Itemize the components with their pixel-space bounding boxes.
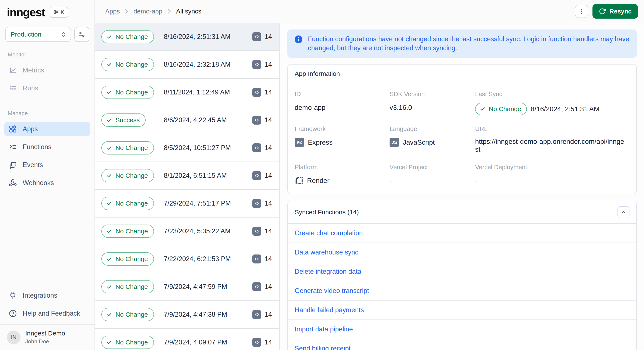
check-icon — [106, 201, 112, 206]
sync-row[interactable]: No Change 8/11/2024, 1:12:49 AM 14 — [95, 79, 279, 106]
sync-row[interactable]: No Change 7/23/2024, 5:35:22 AM 14 — [95, 218, 279, 245]
webhook-icon — [8, 179, 17, 187]
sync-row[interactable]: No Change 7/29/2024, 7:51:17 PM 14 — [95, 190, 279, 218]
code-icon — [252, 116, 261, 125]
status-label: No Change — [116, 89, 148, 96]
field-url: URL https://inngest-demo-app.onrender.co… — [475, 125, 630, 153]
more-options-button[interactable] — [575, 5, 588, 18]
function-row[interactable]: Generate video transcript — [288, 281, 636, 301]
status-label: No Change — [116, 339, 148, 346]
sync-row[interactable]: No Change 8/16/2024, 2:51:31 AM 14 — [95, 23, 279, 51]
function-row[interactable]: Handle failed payments — [288, 301, 636, 320]
check-icon — [106, 145, 112, 151]
express-icon: ex — [295, 138, 304, 147]
sync-timestamp: 8/1/2024, 6:51:15 AM — [164, 172, 252, 179]
command-k-shortcut[interactable]: ⌘ K — [50, 7, 68, 18]
sync-timestamp: 8/16/2024, 2:51:31 AM — [164, 33, 252, 41]
code-icon — [252, 227, 261, 236]
synced-function-count: 14 — [252, 143, 272, 152]
breadcrumb-apps[interactable]: Apps — [105, 8, 120, 15]
breadcrumb: Apps demo-app All syncs — [105, 8, 202, 15]
field-language: Language JS JavaScript — [390, 125, 475, 153]
function-link[interactable]: Delete integration data — [295, 268, 361, 275]
function-row[interactable]: Data warehouse sync — [288, 243, 636, 262]
sync-timestamp: 8/16/2024, 2:32:18 AM — [164, 61, 252, 68]
chart-icon — [8, 66, 17, 74]
sidebar-item-metrics[interactable]: Metrics — [4, 63, 90, 77]
sidebar-item-help[interactable]: Help and Feedback — [4, 306, 90, 321]
function-link[interactable]: Handle failed payments — [295, 306, 364, 314]
status-badge: No Change — [101, 280, 154, 293]
render-icon — [295, 176, 303, 185]
topbar: Apps demo-app All syncs Resync — [95, 0, 644, 23]
function-link[interactable]: Generate video transcript — [295, 287, 369, 295]
sync-row[interactable]: No Change 8/16/2024, 2:32:18 AM 14 — [95, 51, 279, 79]
kebab-icon — [578, 8, 585, 14]
status-label: No Change — [116, 144, 148, 151]
sync-row[interactable]: No Change 7/9/2024, 4:09:07 PM 14 — [95, 329, 279, 350]
check-icon — [106, 117, 112, 123]
field-sdk-version: SDK Version v3.16.0 — [390, 91, 475, 115]
javascript-icon: JS — [390, 138, 399, 147]
sync-timestamp: 8/5/2024, 10:51:27 PM — [164, 144, 252, 152]
count-value: 14 — [265, 116, 272, 124]
environment-select[interactable]: Production — [5, 27, 71, 42]
org-name: Inngest Demo — [25, 330, 65, 337]
check-icon — [106, 312, 112, 317]
nav-section-monitor: Monitor — [0, 51, 94, 58]
count-value: 14 — [265, 227, 272, 235]
resync-button[interactable]: Resync — [592, 4, 638, 18]
count-value: 14 — [265, 255, 272, 263]
sync-timestamp: 7/23/2024, 5:35:22 AM — [164, 227, 252, 235]
count-value: 14 — [265, 283, 272, 291]
synced-function-count: 14 — [252, 32, 272, 41]
sync-row[interactable]: Success 8/6/2024, 4:22:45 AM 14 — [95, 106, 279, 134]
sidebar-item-webhooks[interactable]: Webhooks — [4, 176, 90, 190]
synced-function-count: 14 — [252, 171, 272, 180]
collapse-button[interactable] — [618, 206, 630, 218]
function-link[interactable]: Import data pipeline — [295, 326, 353, 333]
sidebar-item-events[interactable]: Events — [4, 158, 90, 172]
function-row[interactable]: Send billing receipt — [288, 339, 636, 350]
sync-row[interactable]: No Change 7/22/2024, 6:21:53 PM 14 — [95, 245, 279, 273]
avatar: IN — [7, 331, 20, 344]
status-badge: No Change — [101, 58, 154, 71]
function-row[interactable]: Import data pipeline — [288, 320, 636, 339]
refresh-icon — [599, 8, 606, 15]
sync-row[interactable]: No Change 8/5/2024, 10:51:27 PM 14 — [95, 134, 279, 162]
last-sync-timestamp: 8/16/2024, 2:51:31 AM — [531, 105, 600, 113]
check-icon — [106, 228, 112, 234]
function-row[interactable]: Delete integration data — [288, 262, 636, 281]
status-label: No Change — [116, 228, 148, 235]
status-badge: No Change — [101, 30, 154, 43]
count-value: 14 — [265, 339, 272, 346]
sync-timestamp: 7/9/2024, 4:47:38 PM — [164, 311, 252, 318]
count-value: 14 — [265, 61, 272, 68]
environment-settings-button[interactable] — [74, 27, 89, 42]
synced-function-count: 14 — [252, 310, 272, 319]
sidebar-item-runs[interactable]: Runs — [4, 81, 90, 95]
synced-functions-title: Synced Functions (14) — [295, 209, 359, 216]
user-menu[interactable]: IN Inngest Demo John Doe — [0, 324, 94, 350]
function-row[interactable]: Create chat completion — [288, 224, 636, 243]
status-label: No Change — [116, 172, 148, 179]
status-label: Success — [116, 116, 140, 124]
code-icon — [252, 282, 261, 291]
function-link[interactable]: Send billing receipt — [295, 345, 351, 350]
sync-row[interactable]: No Change 8/1/2024, 6:51:15 AM 14 — [95, 162, 279, 190]
sync-timestamp: 7/29/2024, 7:51:17 PM — [164, 200, 252, 207]
status-label: No Change — [489, 105, 521, 113]
function-link[interactable]: Data warehouse sync — [295, 249, 358, 256]
sync-row[interactable]: No Change 7/9/2024, 4:47:38 PM 14 — [95, 301, 279, 329]
sync-timestamp: 8/6/2024, 4:22:45 AM — [164, 116, 252, 124]
function-link[interactable]: Create chat completion — [295, 229, 363, 237]
sidebar-item-functions[interactable]: Functions — [4, 140, 90, 154]
status-badge: No Change — [101, 86, 154, 99]
sidebar-item-label: Apps — [23, 125, 38, 133]
breadcrumb-demo-app[interactable]: demo-app — [134, 8, 162, 15]
sidebar-item-apps[interactable]: Apps — [4, 122, 90, 136]
sync-row[interactable]: No Change 7/9/2024, 4:47:59 PM 14 — [95, 273, 279, 301]
sidebar-item-integrations[interactable]: Integrations — [4, 288, 90, 303]
sync-timestamp: 8/11/2024, 1:12:49 AM — [164, 88, 252, 96]
field-vercel-project: Vercel Project - — [390, 164, 475, 185]
